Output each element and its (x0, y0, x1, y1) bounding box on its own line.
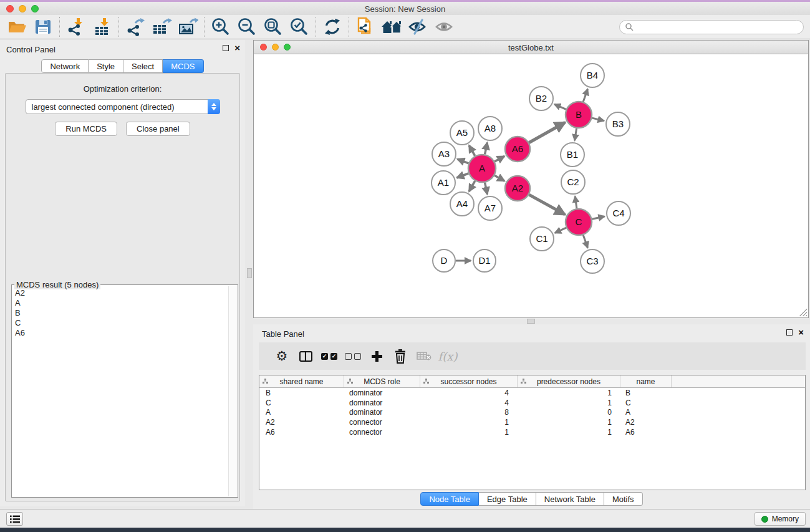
horizontal-splitter-grip[interactable] (527, 319, 535, 324)
graph-node-label: A6 (512, 143, 523, 154)
table-row[interactable]: Cdominator41C (259, 398, 805, 408)
zoom-fit-button[interactable] (260, 16, 286, 37)
float-panel-icon[interactable] (223, 45, 229, 51)
import-network-button[interactable] (63, 16, 89, 37)
network-window-titlebar[interactable]: testGlobe.txt (254, 41, 808, 54)
select-all-button[interactable]: ✓ ✓ (317, 346, 341, 367)
mcds-result-list[interactable]: A2ABCA6 (12, 286, 228, 496)
mcds-result-item[interactable]: A (15, 298, 228, 308)
show-columns-button[interactable] (294, 346, 317, 367)
export-network-button[interactable] (122, 16, 148, 37)
column-header-name[interactable]: name (620, 375, 672, 387)
column-header-shared-name[interactable]: shared name (259, 375, 344, 387)
import-table-button[interactable] (89, 16, 115, 37)
tab-style[interactable]: Style (89, 59, 123, 73)
graph-node-label: B2 (536, 93, 547, 104)
graph-edge-B-B2[interactable] (554, 104, 566, 109)
graph-edge-A-A6[interactable] (494, 156, 504, 162)
graph-edge-A-A4[interactable] (469, 181, 475, 191)
tab-network-table[interactable]: Network Table (536, 492, 604, 506)
graph-edge-C-C3[interactable] (583, 235, 587, 248)
close-table-panel-icon[interactable]: × (798, 329, 804, 336)
graph-edge-A6-B[interactable] (529, 122, 565, 142)
show-all-button[interactable] (431, 16, 457, 37)
graph-node-label: A2 (512, 183, 523, 193)
graph-edge-A-A5[interactable] (469, 145, 475, 156)
graph-edge-A2-C[interactable] (529, 195, 565, 215)
table-settings-button[interactable]: ⚙ (270, 346, 294, 367)
toolbar-separator (118, 17, 119, 37)
window-title: Session: New Session (0, 4, 810, 14)
graph-edge-B-B3[interactable] (592, 118, 604, 121)
refresh-button[interactable] (319, 16, 345, 37)
tab-select[interactable]: Select (123, 59, 163, 73)
graph-edge-C-C4[interactable] (592, 216, 604, 219)
table-cell: A (620, 408, 672, 417)
graph-edge-A-A7[interactable] (485, 183, 488, 195)
status-bar: Memory (0, 509, 810, 528)
mcds-result-item[interactable]: A2 (15, 288, 228, 298)
graph-edge-A-A8[interactable] (485, 143, 488, 155)
table-cell: A2 (620, 418, 672, 427)
graph-edge-A-A1[interactable] (457, 173, 469, 178)
graph-edge-A-A3[interactable] (458, 159, 469, 163)
eye-slash-icon (407, 18, 428, 36)
open-session-button[interactable] (4, 16, 30, 37)
memory-button[interactable]: Memory (755, 512, 806, 526)
delete-column-button[interactable] (388, 346, 412, 367)
network-window-title: testGlobe.txt (254, 43, 808, 52)
delete-table-button[interactable] (412, 346, 436, 367)
graph-edge-C-C1[interactable] (555, 228, 566, 233)
mcds-result-item[interactable]: A6 (15, 328, 228, 338)
close-panel-button[interactable]: Close panel (126, 122, 190, 136)
optimization-criterion-dropdown[interactable]: largest connected component (directed) (26, 99, 220, 114)
zoom-out-button[interactable] (234, 16, 260, 37)
delete-table-icon (417, 351, 432, 361)
clone-network-button[interactable] (352, 16, 378, 37)
graph-node-label: A (479, 163, 485, 173)
column-header-predecessor-nodes[interactable]: predecessor nodes (518, 375, 620, 387)
table-row[interactable]: A6connector11A6 (259, 427, 805, 437)
graph-edge-A-A2[interactable] (494, 175, 504, 181)
show-log-button[interactable] (6, 512, 23, 526)
export-table-button[interactable] (148, 16, 175, 37)
tab-mcds[interactable]: MCDS (163, 59, 203, 73)
graph-edge-B-B4[interactable] (583, 89, 587, 102)
network-canvas[interactable]: B4B2BB3A8A5A6A3B1AA1C2A2A4A7C4CC1C3DD1 (254, 55, 808, 317)
mcds-result-item[interactable]: C (15, 318, 228, 328)
dropdown-value: largest connected component (directed) (32, 102, 175, 112)
table-row[interactable]: Bdominator41B (259, 388, 805, 398)
save-session-button[interactable] (30, 16, 56, 37)
home-button[interactable] (378, 16, 405, 37)
graph-node-label: B4 (587, 70, 598, 80)
graph-node-label: A8 (485, 123, 496, 133)
close-panel-icon[interactable]: × (234, 45, 240, 51)
mcds-result-item[interactable]: B (15, 308, 228, 318)
graph-edge-B-B1[interactable] (575, 128, 577, 141)
search-field[interactable] (619, 20, 804, 34)
vertical-splitter-grip[interactable] (247, 268, 252, 278)
column-header-mcds-role[interactable]: MCDS role (344, 375, 420, 387)
tab-motifs[interactable]: Motifs (604, 492, 643, 506)
float-table-panel-icon[interactable] (786, 329, 793, 336)
zoom-in-button[interactable] (208, 16, 234, 37)
dropdown-stepper-icon (208, 99, 220, 114)
tab-node-table[interactable]: Node Table (420, 492, 479, 506)
hide-selected-button[interactable] (405, 16, 431, 37)
table-row[interactable]: Adominator80A (259, 408, 805, 418)
column-header-successor-nodes[interactable]: successor nodes (420, 375, 518, 387)
result-scrollbar[interactable] (228, 286, 237, 496)
export-image-button[interactable] (175, 16, 201, 37)
tab-edge-table[interactable]: Edge Table (479, 492, 536, 506)
tab-network[interactable]: Network (41, 59, 89, 73)
function-builder-button[interactable]: f(x) (436, 346, 460, 367)
unselect-all-button[interactable] (341, 346, 365, 367)
export-table-icon (151, 17, 172, 36)
run-mcds-button[interactable]: Run MCDS (55, 122, 117, 136)
zoom-selected-button[interactable] (286, 16, 312, 37)
search-input[interactable] (634, 22, 798, 31)
graph-edge-C-C2[interactable] (575, 196, 577, 208)
add-column-button[interactable] (365, 346, 388, 367)
table-row[interactable]: A2connector11A2 (259, 417, 805, 427)
window-resize-grip[interactable] (799, 308, 807, 316)
